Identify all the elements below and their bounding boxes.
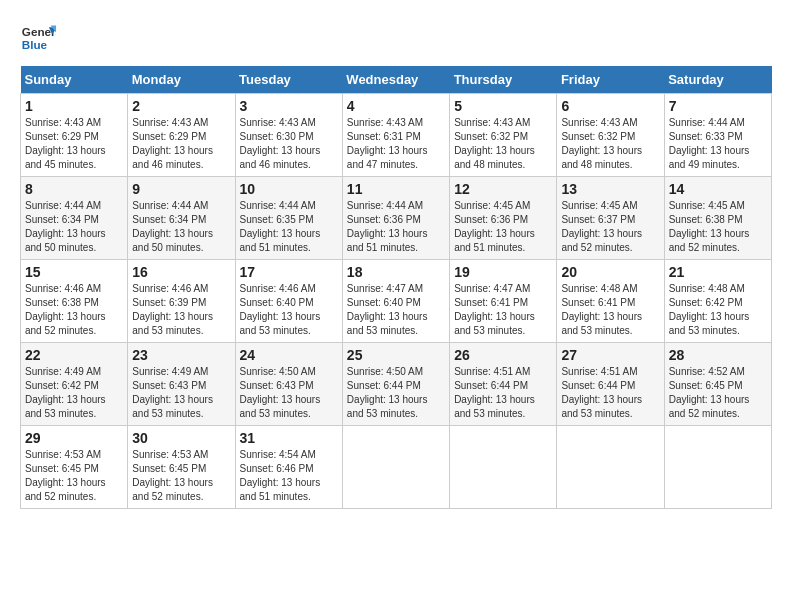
- calendar-day: 2Sunrise: 4:43 AMSunset: 6:29 PMDaylight…: [128, 94, 235, 177]
- calendar-day: 13Sunrise: 4:45 AMSunset: 6:37 PMDayligh…: [557, 177, 664, 260]
- day-info: Sunrise: 4:48 AMSunset: 6:42 PMDaylight:…: [669, 282, 767, 338]
- day-number: 7: [669, 98, 767, 114]
- svg-text:General: General: [22, 25, 56, 38]
- day-number: 3: [240, 98, 338, 114]
- header-friday: Friday: [557, 66, 664, 94]
- day-number: 14: [669, 181, 767, 197]
- day-info: Sunrise: 4:45 AMSunset: 6:37 PMDaylight:…: [561, 199, 659, 255]
- day-number: 15: [25, 264, 123, 280]
- header-monday: Monday: [128, 66, 235, 94]
- calendar-day: 23Sunrise: 4:49 AMSunset: 6:43 PMDayligh…: [128, 343, 235, 426]
- day-number: 26: [454, 347, 552, 363]
- day-number: 8: [25, 181, 123, 197]
- day-number: 6: [561, 98, 659, 114]
- day-info: Sunrise: 4:44 AMSunset: 6:36 PMDaylight:…: [347, 199, 445, 255]
- calendar-day: 28Sunrise: 4:52 AMSunset: 6:45 PMDayligh…: [664, 343, 771, 426]
- day-number: 18: [347, 264, 445, 280]
- logo-icon: General Blue: [20, 20, 56, 56]
- calendar-week-row: 8Sunrise: 4:44 AMSunset: 6:34 PMDaylight…: [21, 177, 772, 260]
- day-number: 16: [132, 264, 230, 280]
- day-number: 13: [561, 181, 659, 197]
- day-info: Sunrise: 4:46 AMSunset: 6:40 PMDaylight:…: [240, 282, 338, 338]
- calendar-day: 10Sunrise: 4:44 AMSunset: 6:35 PMDayligh…: [235, 177, 342, 260]
- header-saturday: Saturday: [664, 66, 771, 94]
- day-info: Sunrise: 4:46 AMSunset: 6:39 PMDaylight:…: [132, 282, 230, 338]
- day-number: 25: [347, 347, 445, 363]
- day-number: 19: [454, 264, 552, 280]
- calendar-day: 3Sunrise: 4:43 AMSunset: 6:30 PMDaylight…: [235, 94, 342, 177]
- calendar-day: 29Sunrise: 4:53 AMSunset: 6:45 PMDayligh…: [21, 426, 128, 509]
- calendar-week-row: 15Sunrise: 4:46 AMSunset: 6:38 PMDayligh…: [21, 260, 772, 343]
- day-number: 10: [240, 181, 338, 197]
- calendar-day: 16Sunrise: 4:46 AMSunset: 6:39 PMDayligh…: [128, 260, 235, 343]
- calendar-week-row: 1Sunrise: 4:43 AMSunset: 6:29 PMDaylight…: [21, 94, 772, 177]
- day-info: Sunrise: 4:44 AMSunset: 6:34 PMDaylight:…: [25, 199, 123, 255]
- calendar-day: 20Sunrise: 4:48 AMSunset: 6:41 PMDayligh…: [557, 260, 664, 343]
- header-thursday: Thursday: [450, 66, 557, 94]
- day-info: Sunrise: 4:49 AMSunset: 6:42 PMDaylight:…: [25, 365, 123, 421]
- calendar-day: 14Sunrise: 4:45 AMSunset: 6:38 PMDayligh…: [664, 177, 771, 260]
- header-wednesday: Wednesday: [342, 66, 449, 94]
- header: General Blue: [20, 20, 772, 56]
- calendar-day: 15Sunrise: 4:46 AMSunset: 6:38 PMDayligh…: [21, 260, 128, 343]
- day-number: 31: [240, 430, 338, 446]
- calendar-day: 7Sunrise: 4:44 AMSunset: 6:33 PMDaylight…: [664, 94, 771, 177]
- calendar-day: 17Sunrise: 4:46 AMSunset: 6:40 PMDayligh…: [235, 260, 342, 343]
- calendar-day: 25Sunrise: 4:50 AMSunset: 6:44 PMDayligh…: [342, 343, 449, 426]
- day-number: 4: [347, 98, 445, 114]
- day-number: 22: [25, 347, 123, 363]
- empty-cell: [450, 426, 557, 509]
- calendar-day: 1Sunrise: 4:43 AMSunset: 6:29 PMDaylight…: [21, 94, 128, 177]
- empty-cell: [664, 426, 771, 509]
- calendar-day: 18Sunrise: 4:47 AMSunset: 6:40 PMDayligh…: [342, 260, 449, 343]
- header-sunday: Sunday: [21, 66, 128, 94]
- day-info: Sunrise: 4:49 AMSunset: 6:43 PMDaylight:…: [132, 365, 230, 421]
- calendar-table: SundayMondayTuesdayWednesdayThursdayFrid…: [20, 66, 772, 509]
- day-info: Sunrise: 4:45 AMSunset: 6:38 PMDaylight:…: [669, 199, 767, 255]
- day-number: 12: [454, 181, 552, 197]
- day-number: 20: [561, 264, 659, 280]
- day-info: Sunrise: 4:53 AMSunset: 6:45 PMDaylight:…: [25, 448, 123, 504]
- day-number: 30: [132, 430, 230, 446]
- day-info: Sunrise: 4:52 AMSunset: 6:45 PMDaylight:…: [669, 365, 767, 421]
- calendar-day: 6Sunrise: 4:43 AMSunset: 6:32 PMDaylight…: [557, 94, 664, 177]
- day-number: 21: [669, 264, 767, 280]
- day-info: Sunrise: 4:43 AMSunset: 6:32 PMDaylight:…: [454, 116, 552, 172]
- day-info: Sunrise: 4:50 AMSunset: 6:44 PMDaylight:…: [347, 365, 445, 421]
- day-number: 17: [240, 264, 338, 280]
- day-info: Sunrise: 4:44 AMSunset: 6:33 PMDaylight:…: [669, 116, 767, 172]
- day-number: 5: [454, 98, 552, 114]
- day-info: Sunrise: 4:51 AMSunset: 6:44 PMDaylight:…: [454, 365, 552, 421]
- calendar-header-row: SundayMondayTuesdayWednesdayThursdayFrid…: [21, 66, 772, 94]
- calendar-week-row: 22Sunrise: 4:49 AMSunset: 6:42 PMDayligh…: [21, 343, 772, 426]
- day-number: 11: [347, 181, 445, 197]
- day-number: 27: [561, 347, 659, 363]
- calendar-day: 19Sunrise: 4:47 AMSunset: 6:41 PMDayligh…: [450, 260, 557, 343]
- day-info: Sunrise: 4:43 AMSunset: 6:30 PMDaylight:…: [240, 116, 338, 172]
- calendar-day: 11Sunrise: 4:44 AMSunset: 6:36 PMDayligh…: [342, 177, 449, 260]
- day-info: Sunrise: 4:45 AMSunset: 6:36 PMDaylight:…: [454, 199, 552, 255]
- day-number: 1: [25, 98, 123, 114]
- day-info: Sunrise: 4:43 AMSunset: 6:32 PMDaylight:…: [561, 116, 659, 172]
- day-info: Sunrise: 4:54 AMSunset: 6:46 PMDaylight:…: [240, 448, 338, 504]
- calendar-day: 12Sunrise: 4:45 AMSunset: 6:36 PMDayligh…: [450, 177, 557, 260]
- empty-cell: [557, 426, 664, 509]
- calendar-day: 27Sunrise: 4:51 AMSunset: 6:44 PMDayligh…: [557, 343, 664, 426]
- header-tuesday: Tuesday: [235, 66, 342, 94]
- day-info: Sunrise: 4:51 AMSunset: 6:44 PMDaylight:…: [561, 365, 659, 421]
- day-number: 9: [132, 181, 230, 197]
- day-info: Sunrise: 4:47 AMSunset: 6:40 PMDaylight:…: [347, 282, 445, 338]
- day-number: 23: [132, 347, 230, 363]
- calendar-day: 21Sunrise: 4:48 AMSunset: 6:42 PMDayligh…: [664, 260, 771, 343]
- day-info: Sunrise: 4:44 AMSunset: 6:35 PMDaylight:…: [240, 199, 338, 255]
- empty-cell: [342, 426, 449, 509]
- day-info: Sunrise: 4:53 AMSunset: 6:45 PMDaylight:…: [132, 448, 230, 504]
- day-number: 28: [669, 347, 767, 363]
- calendar-day: 30Sunrise: 4:53 AMSunset: 6:45 PMDayligh…: [128, 426, 235, 509]
- calendar-day: 31Sunrise: 4:54 AMSunset: 6:46 PMDayligh…: [235, 426, 342, 509]
- calendar-week-row: 29Sunrise: 4:53 AMSunset: 6:45 PMDayligh…: [21, 426, 772, 509]
- day-number: 29: [25, 430, 123, 446]
- day-info: Sunrise: 4:43 AMSunset: 6:29 PMDaylight:…: [25, 116, 123, 172]
- calendar-day: 22Sunrise: 4:49 AMSunset: 6:42 PMDayligh…: [21, 343, 128, 426]
- calendar-day: 4Sunrise: 4:43 AMSunset: 6:31 PMDaylight…: [342, 94, 449, 177]
